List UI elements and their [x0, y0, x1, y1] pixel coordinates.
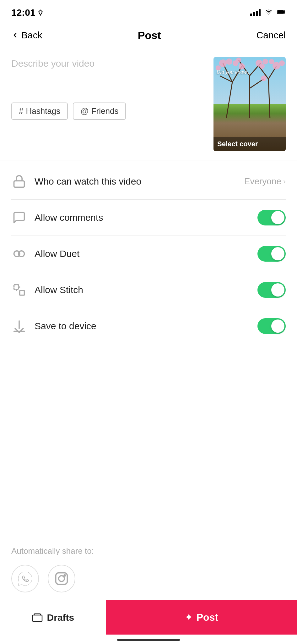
bottom-buttons: Drafts ✦ Post: [0, 600, 297, 635]
save-icon: [11, 318, 27, 334]
allow-comments-toggle[interactable]: [257, 210, 286, 225]
svg-point-19: [236, 58, 241, 63]
share-icons: [11, 565, 286, 592]
allow-duet-label: Allow Duet: [35, 248, 250, 259]
instagram-icon: [55, 572, 68, 586]
select-cover-label: Select cover: [217, 140, 258, 148]
svg-rect-2: [278, 10, 284, 14]
battery-icon: [277, 8, 286, 17]
svg-point-35: [59, 576, 64, 581]
wifi-icon: [264, 8, 273, 17]
svg-rect-37: [33, 615, 42, 621]
share-label: Automatically share to:: [11, 546, 286, 556]
signal-strength-icon: [250, 9, 261, 16]
settings-section: Who can watch this video Everyone › Allo…: [0, 160, 297, 347]
svg-point-22: [260, 64, 265, 69]
save-to-device-row[interactable]: Save to device: [0, 308, 297, 344]
description-section: Describe your video # Hashtags @ Friends: [0, 48, 297, 160]
status-icons: [250, 8, 286, 17]
drafts-button[interactable]: Drafts: [0, 600, 106, 635]
hashtags-button[interactable]: # Hashtags: [11, 103, 68, 120]
status-time: 12:01: [11, 7, 44, 18]
instagram-button[interactable]: [48, 565, 75, 592]
allow-comments-label: Allow comments: [35, 212, 250, 223]
svg-line-3: [226, 82, 232, 118]
description-input[interactable]: Describe your video: [11, 57, 206, 70]
svg-point-14: [219, 59, 227, 67]
stitch-icon: [11, 282, 27, 298]
home-indicator-bar: [117, 639, 180, 641]
svg-point-21: [262, 59, 268, 64]
back-chevron-icon: [11, 31, 19, 39]
svg-rect-30: [14, 285, 19, 290]
whatsapp-button[interactable]: [11, 565, 39, 592]
svg-line-10: [250, 79, 264, 88]
post-label: Post: [197, 612, 218, 623]
cancel-button[interactable]: Cancel: [256, 30, 286, 41]
status-bar: 12:01: [0, 0, 297, 23]
back-button[interactable]: Back: [11, 30, 42, 41]
svg-line-11: [268, 79, 270, 118]
back-label: Back: [21, 30, 42, 41]
who-can-watch-row[interactable]: Who can watch this video Everyone ›: [0, 164, 297, 199]
friends-label: Friends: [91, 106, 119, 116]
lock-icon: [11, 174, 27, 189]
comment-icon: [11, 210, 27, 225]
who-can-watch-label: Who can watch this video: [35, 176, 237, 187]
video-thumbnail[interactable]: Did you know... Select cover: [213, 57, 286, 151]
who-can-watch-chevron: ›: [283, 177, 286, 186]
hashtag-icon: #: [19, 106, 23, 116]
toggle-knob: [271, 319, 284, 333]
svg-point-17: [239, 63, 245, 69]
home-indicator: [0, 635, 297, 644]
share-section: Automatically share to:: [0, 535, 297, 600]
location-icon: [37, 9, 44, 16]
svg-point-15: [226, 58, 232, 65]
svg-point-26: [261, 75, 267, 81]
toggle-knob: [271, 247, 284, 260]
select-cover-overlay[interactable]: Select cover: [213, 137, 286, 151]
save-to-device-toggle[interactable]: [257, 318, 286, 334]
post-button[interactable]: ✦ Post: [106, 600, 297, 635]
allow-stitch-label: Allow Stitch: [35, 285, 250, 295]
post-sparkle-icon: ✦: [185, 612, 192, 623]
allow-stitch-toggle[interactable]: [257, 282, 286, 298]
duet-icon: [11, 246, 27, 262]
tag-buttons: # Hashtags @ Friends: [11, 97, 206, 120]
svg-point-36: [64, 575, 65, 576]
toggle-knob: [271, 211, 284, 224]
svg-point-23: [273, 62, 280, 69]
friends-button[interactable]: @ Friends: [73, 103, 126, 120]
allow-duet-toggle[interactable]: [257, 246, 286, 262]
did-you-know-text: Did you know...: [217, 69, 251, 75]
allow-stitch-row[interactable]: Allow Stitch: [0, 272, 297, 308]
svg-point-24: [279, 60, 285, 66]
svg-rect-31: [20, 291, 24, 295]
who-can-watch-value[interactable]: Everyone ›: [244, 176, 286, 186]
svg-rect-27: [14, 181, 24, 187]
toggle-knob: [271, 283, 284, 297]
drafts-icon: [32, 613, 43, 622]
allow-comments-row[interactable]: Allow comments: [0, 200, 297, 236]
description-left: Describe your video # Hashtags @ Friends: [11, 57, 206, 120]
page-title: Post: [138, 29, 161, 42]
save-to-device-label: Save to device: [35, 321, 250, 331]
whatsapp-icon: [18, 572, 32, 586]
at-icon: @: [80, 106, 89, 116]
hashtags-label: Hashtags: [26, 106, 60, 116]
nav-header: Back Post Cancel: [0, 23, 297, 48]
svg-point-25: [269, 59, 274, 64]
who-can-watch-option: Everyone: [244, 176, 281, 186]
svg-point-0: [268, 14, 269, 14]
allow-duet-row[interactable]: Allow Duet: [0, 236, 297, 272]
drafts-label: Drafts: [47, 612, 74, 623]
